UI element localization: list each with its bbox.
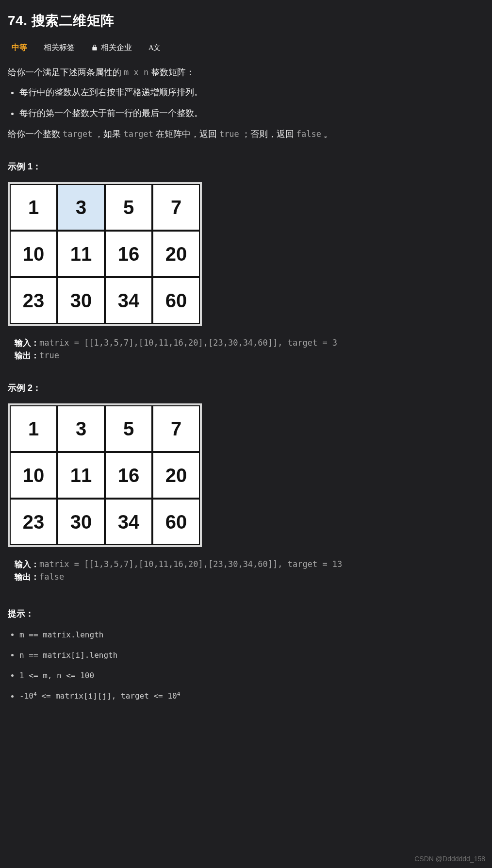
matrix-cell: 1 (10, 405, 57, 452)
desc-line-2: 给你一个整数 target ，如果 target 在矩阵中，返回 true ；否… (8, 128, 484, 141)
hints-section: 提示： m == matrix.lengthn == matrix[i].len… (8, 607, 484, 702)
problem-description: 给你一个满足下述两条属性的 m x n 整数矩阵： 每行中的整数从左到右按非严格… (8, 66, 484, 141)
matrix-cell: 30 (57, 277, 105, 324)
matrix-cell: 20 (152, 231, 200, 277)
tab-difficulty[interactable]: 中等 (12, 42, 27, 53)
matrix-cell: 5 (105, 405, 152, 452)
problem-tabs: 中等 相关标签 相关企业 A文 (8, 42, 484, 53)
matrix-cell: 60 (152, 499, 200, 545)
matrix-row: 10111620 (10, 231, 200, 277)
code-target-1: target (63, 129, 92, 139)
desc-bullet-1: 每行中的整数从左到右按非严格递增顺序排列。 (19, 86, 484, 99)
matrix-cell: 3 (57, 405, 105, 452)
tab-related-tags[interactable]: 相关标签 (44, 42, 75, 53)
hints-heading: 提示： (8, 607, 484, 620)
example-2-heading: 示例 2： (8, 382, 484, 395)
page-title: 74. 搜索二维矩阵 (8, 11, 484, 31)
watermark: CSDN @Ddddddd_158 (414, 854, 485, 864)
matrix-cell: 16 (105, 452, 152, 499)
matrix-cell: 11 (57, 452, 105, 499)
example-1-heading: 示例 1： (8, 160, 484, 173)
matrix-cell: 3 (57, 184, 105, 231)
code-mxn: m x n (124, 67, 148, 77)
desc-line-1: 给你一个满足下述两条属性的 m x n 整数矩阵： (8, 66, 484, 79)
matrix-row: 10111620 (10, 452, 200, 499)
matrix-cell: 7 (152, 405, 200, 452)
matrix-cell: 34 (105, 277, 152, 324)
tab-related-companies[interactable]: 相关企业 (91, 42, 132, 53)
matrix-row: 1357 (10, 405, 200, 452)
code-false: false (296, 129, 321, 139)
example-1-matrix: 13571011162023303460 (8, 182, 202, 326)
matrix-cell: 10 (10, 452, 57, 499)
matrix-cell: 23 (10, 499, 57, 545)
tab-companies-label: 相关企业 (101, 42, 132, 53)
matrix-cell: 5 (105, 184, 152, 231)
matrix-row: 1357 (10, 184, 200, 231)
hint-item: 1 <= m, n <= 100 (19, 670, 484, 682)
hint-item: n == matrix[i].length (19, 650, 484, 661)
desc-bullet-2: 每行的第一个整数大于前一行的最后一个整数。 (19, 107, 484, 120)
matrix-cell: 23 (10, 277, 57, 324)
matrix-cell: 34 (105, 499, 152, 545)
example-2-matrix: 13571011162023303460 (8, 403, 202, 547)
code-target-2: target (123, 129, 153, 139)
hint-item: m == matrix.length (19, 629, 484, 641)
matrix-cell: 11 (57, 231, 105, 277)
example-1-io: 输入：matrix = [[1,3,5,7],[10,11,16,20],[23… (15, 336, 484, 362)
matrix-row: 23303460 (10, 277, 200, 324)
matrix-cell: 16 (105, 231, 152, 277)
matrix-row: 23303460 (10, 499, 200, 545)
matrix-cell: 20 (152, 452, 200, 499)
example-2-io: 输入：matrix = [[1,3,5,7],[10,11,16,20],[23… (15, 558, 484, 584)
code-true: true (219, 129, 239, 139)
matrix-cell: 60 (152, 277, 200, 324)
matrix-cell: 1 (10, 184, 57, 231)
tab-translate[interactable]: A文 (148, 42, 160, 53)
matrix-cell: 30 (57, 499, 105, 545)
matrix-cell: 7 (152, 184, 200, 231)
hint-item: -104 <= matrix[i][j], target <= 104 (19, 690, 484, 702)
matrix-cell: 10 (10, 231, 57, 277)
lock-icon (91, 44, 98, 51)
